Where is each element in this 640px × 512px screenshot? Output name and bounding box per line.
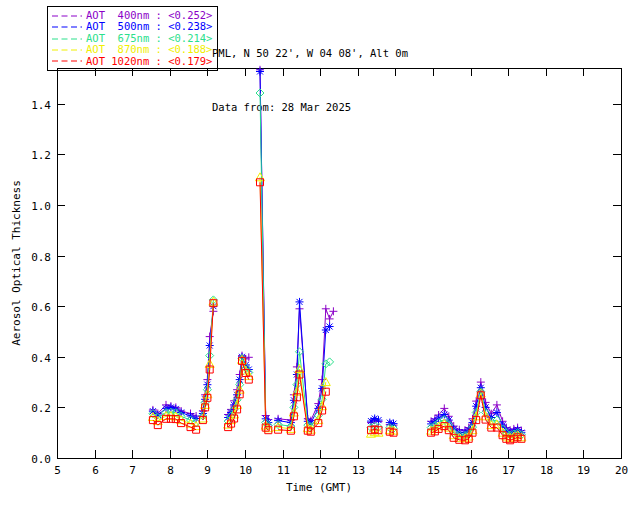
x-tick-label: 7 (129, 464, 136, 477)
y-tick-label: 0.6 (31, 301, 51, 314)
y-tick-label: 1.0 (31, 200, 51, 213)
data-point-marker (440, 411, 448, 419)
data-point-marker (326, 315, 334, 323)
x-tick-label: 9 (204, 464, 211, 477)
y-tick-label: 0.0 (31, 453, 51, 466)
y-tick-label: 0.8 (31, 251, 51, 264)
data-point-marker (493, 401, 501, 409)
y-axis-title: Aerosol Optical Thickness (10, 180, 23, 346)
x-tick-label: 16 (465, 464, 478, 477)
x-axis-title: Time (GMT) (286, 481, 352, 494)
x-tick-label: 10 (239, 464, 252, 477)
x-tick-label: 14 (389, 464, 403, 477)
y-tick-label: 0.4 (31, 352, 51, 365)
x-tick-label: 15 (427, 464, 440, 477)
x-tick-label: 6 (92, 464, 99, 477)
data-point-marker (296, 298, 304, 306)
x-tick-label: 18 (540, 464, 553, 477)
y-tick-label: 0.2 (31, 402, 51, 415)
data-point-marker (329, 307, 337, 315)
x-tick-label: 12 (314, 464, 327, 477)
data-point-marker (256, 68, 264, 76)
x-tick-label: 5 (54, 464, 61, 477)
x-tick-label: 11 (277, 464, 290, 477)
x-tick-label: 19 (577, 464, 590, 477)
plot-frame (57, 68, 621, 458)
data-point-marker (326, 323, 334, 331)
data-point-marker (206, 333, 214, 341)
x-tick-label: 13 (352, 464, 365, 477)
x-tick-label: 17 (502, 464, 515, 477)
x-tick-label: 8 (167, 464, 174, 477)
y-tick-label: 1.4 (31, 99, 51, 112)
aot-timeseries-chart: 5678910111213141516171819200.00.20.40.60… (0, 0, 640, 512)
x-tick-label: 20 (615, 464, 628, 477)
data-point-marker (322, 305, 330, 313)
y-tick-label: 1.2 (31, 149, 51, 162)
data-point-marker (493, 409, 501, 417)
